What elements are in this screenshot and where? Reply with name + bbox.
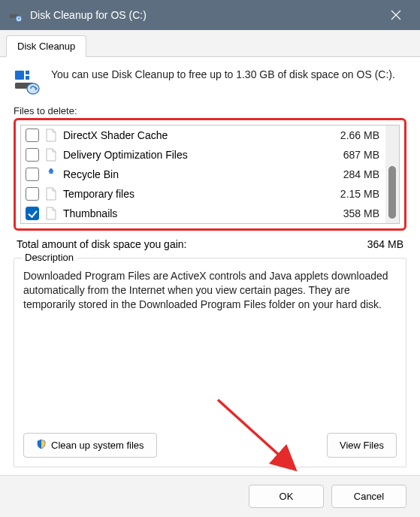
svg-rect-2 xyxy=(15,71,24,80)
file-name: Temporary files xyxy=(63,188,334,200)
file-name: DirectX Shader Cache xyxy=(63,129,334,141)
file-checkbox[interactable] xyxy=(26,128,39,142)
ok-label: OK xyxy=(279,491,294,502)
view-files-button[interactable]: View Files xyxy=(327,433,397,458)
cancel-button[interactable]: Cancel xyxy=(331,485,406,508)
file-row[interactable]: Recycle Bin284 MB xyxy=(21,165,385,184)
file-row[interactable]: DirectX Shader Cache2.66 MB xyxy=(21,125,385,145)
file-name: Recycle Bin xyxy=(63,168,337,180)
file-checkbox[interactable] xyxy=(26,187,39,201)
shield-icon xyxy=(36,439,47,452)
recycle-bin-icon xyxy=(45,168,57,181)
total-value: 364 MB xyxy=(367,238,403,250)
svg-rect-4 xyxy=(26,76,29,80)
file-size: 2.66 MB xyxy=(340,129,379,141)
file-name: Thumbnails xyxy=(63,207,337,219)
ok-button[interactable]: OK xyxy=(249,485,324,508)
file-size: 284 MB xyxy=(343,168,379,180)
intro-text: You can use Disk Cleanup to free up to 1… xyxy=(51,68,395,95)
tab-disk-cleanup[interactable]: Disk Cleanup xyxy=(6,35,86,57)
window-title: Disk Cleanup for OS (C:) xyxy=(30,9,381,21)
disk-cleanup-window: Disk Cleanup for OS (C:) Disk Cleanup Yo… xyxy=(0,0,420,517)
description-group: Description Downloaded Program Files are… xyxy=(14,258,406,467)
file-icon xyxy=(45,207,57,220)
dialog-body: You can use Disk Cleanup to free up to 1… xyxy=(0,57,420,475)
file-row[interactable]: Delivery Optimization Files687 MB xyxy=(21,145,385,165)
view-files-label: View Files xyxy=(340,440,384,451)
file-icon xyxy=(45,187,57,201)
svg-rect-3 xyxy=(26,71,29,74)
file-checkbox[interactable] xyxy=(26,148,39,162)
files-highlight-box: DirectX Shader Cache2.66 MBDelivery Opti… xyxy=(14,118,406,231)
titlebar: Disk Cleanup for OS (C:) xyxy=(0,0,420,30)
intro-section: You can use Disk Cleanup to free up to 1… xyxy=(14,68,406,95)
file-size: 687 MB xyxy=(343,149,379,161)
file-icon xyxy=(45,128,57,142)
file-size: 358 MB xyxy=(343,207,379,219)
file-row[interactable]: Temporary files2.15 MB xyxy=(21,184,385,204)
file-icon xyxy=(45,148,57,162)
file-size: 2.15 MB xyxy=(340,188,379,200)
files-scrollbar[interactable] xyxy=(385,125,399,223)
tabstrip: Disk Cleanup xyxy=(0,30,420,57)
total-row: Total amount of disk space you gain: 364… xyxy=(14,238,406,250)
disk-cleanup-large-icon xyxy=(14,68,41,95)
file-checkbox[interactable] xyxy=(26,168,39,181)
cleanup-system-files-button[interactable]: Clean up system files xyxy=(23,433,157,458)
scrollbar-thumb[interactable] xyxy=(388,166,396,219)
file-row[interactable]: Thumbnails358 MB xyxy=(21,204,385,223)
cleanup-button-label: Clean up system files xyxy=(51,440,144,451)
close-button[interactable] xyxy=(381,0,411,30)
file-name: Delivery Optimization Files xyxy=(63,149,337,161)
files-to-delete-label: Files to delete: xyxy=(14,105,406,116)
dialog-footer: OK Cancel xyxy=(0,475,420,517)
total-label: Total amount of disk space you gain: xyxy=(17,238,186,250)
description-label: Description xyxy=(22,252,77,263)
description-text: Downloaded Program Files are ActiveX con… xyxy=(23,269,397,312)
disk-cleanup-icon xyxy=(9,8,23,22)
cancel-label: Cancel xyxy=(354,491,384,502)
file-checkbox[interactable] xyxy=(26,207,39,220)
files-list: DirectX Shader Cache2.66 MBDelivery Opti… xyxy=(20,125,400,224)
